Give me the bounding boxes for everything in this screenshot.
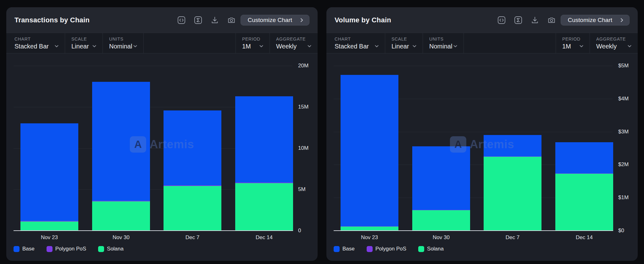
bar-segment-polygon-pos[interactable] bbox=[20, 221, 78, 222]
bar-segment-polygon-pos[interactable] bbox=[341, 226, 398, 227]
aggregate-select[interactable]: Weekly bbox=[596, 43, 631, 50]
bar-segment-solana[interactable] bbox=[92, 201, 150, 231]
bar-segment-solana[interactable] bbox=[164, 186, 221, 231]
filter-label: PERIOD bbox=[562, 37, 583, 42]
bar-segment-base[interactable] bbox=[235, 96, 293, 183]
period-select[interactable]: 1M bbox=[242, 43, 263, 50]
filter-units: UNITS Nominal bbox=[423, 33, 464, 53]
x-axis-label: Nov 30 bbox=[86, 234, 156, 241]
bar-segment-base[interactable] bbox=[412, 146, 470, 210]
legend-item-base[interactable]: Base bbox=[334, 246, 355, 252]
bar-segment-solana[interactable] bbox=[555, 174, 613, 231]
legend-item-polygon-pos[interactable]: Polygon PoS bbox=[47, 246, 86, 252]
formula-button[interactable] bbox=[193, 15, 203, 25]
legend-swatch bbox=[98, 246, 104, 252]
chevron-down-icon bbox=[580, 45, 583, 48]
bar-segment-base[interactable] bbox=[20, 123, 78, 221]
formula-button[interactable] bbox=[514, 15, 523, 25]
x-axis-label: Dec 7 bbox=[158, 234, 227, 241]
bar-segment-polygon-pos[interactable] bbox=[235, 183, 293, 183]
panel-transactions-by-chain: A Artemis BasePolygon PoSSolana 20M15M10… bbox=[6, 7, 318, 261]
bar-segment-base[interactable] bbox=[341, 75, 398, 226]
bar-segment-solana[interactable] bbox=[484, 157, 541, 231]
y-axis-label: $2M bbox=[618, 161, 629, 168]
chart-type-select[interactable]: Stacked Bar bbox=[335, 43, 379, 50]
filter-label: SCALE bbox=[71, 37, 96, 42]
aggregate-select[interactable]: Weekly bbox=[276, 43, 311, 50]
legend-swatch bbox=[334, 246, 340, 252]
bar-segment-solana[interactable] bbox=[20, 222, 78, 231]
legend-label: Polygon PoS bbox=[55, 246, 86, 252]
bar-segment-polygon-pos[interactable] bbox=[484, 156, 541, 157]
bar-segment-base[interactable] bbox=[484, 135, 541, 156]
chevron-right-icon bbox=[300, 18, 303, 22]
x-axis-label: Nov 23 bbox=[335, 234, 404, 241]
legend-label: Solana bbox=[107, 246, 124, 252]
code-icon bbox=[497, 16, 506, 25]
scale-select[interactable]: Linear bbox=[71, 43, 96, 50]
code-icon bbox=[177, 16, 186, 25]
filter-label: AGGREGATE bbox=[276, 37, 311, 42]
legend-item-polygon-pos[interactable]: Polygon PoS bbox=[367, 246, 406, 252]
scale-value: Linear bbox=[71, 43, 89, 50]
bar-segment-polygon-pos[interactable] bbox=[412, 210, 470, 210]
x-axis-label: Dec 14 bbox=[230, 234, 299, 241]
bar-segment-base[interactable] bbox=[555, 142, 613, 173]
bar-segment-polygon-pos[interactable] bbox=[555, 173, 613, 174]
scale-value: Linear bbox=[391, 43, 409, 50]
customize-chart-button[interactable]: Customize Chart bbox=[241, 15, 310, 25]
panel-header: Transactions by Chain Customize Chart bbox=[6, 7, 318, 33]
bar-segment-solana[interactable] bbox=[412, 210, 470, 231]
chevron-down-icon bbox=[92, 45, 96, 48]
filter-bar-spacer bbox=[464, 33, 556, 53]
download-icon bbox=[530, 16, 539, 25]
download-icon bbox=[210, 16, 219, 25]
filter-bar: CHART Stacked Bar SCALE Linear UNITS Nom… bbox=[326, 33, 638, 53]
bar-segment-base[interactable] bbox=[92, 82, 150, 201]
legend-label: Base bbox=[342, 246, 355, 252]
chart-type-select[interactable]: Stacked Bar bbox=[14, 43, 58, 50]
grid-line bbox=[14, 66, 292, 66]
period-value: 1M bbox=[562, 43, 571, 50]
bar-segment-polygon-pos[interactable] bbox=[164, 185, 221, 186]
period-select[interactable]: 1M bbox=[562, 43, 583, 50]
x-axis-label: Nov 30 bbox=[407, 234, 476, 241]
chevron-down-icon bbox=[628, 45, 631, 48]
chevron-down-icon bbox=[375, 45, 379, 48]
bar-segment-solana[interactable] bbox=[235, 183, 293, 231]
y-axis-label: 20M bbox=[298, 63, 308, 69]
filter-chart-type: CHART Stacked Bar bbox=[6, 33, 65, 53]
filter-label: CHART bbox=[14, 37, 58, 42]
screenshot-button[interactable] bbox=[547, 15, 556, 25]
download-button[interactable] bbox=[530, 15, 540, 25]
units-select[interactable]: Nominal bbox=[429, 43, 457, 50]
filter-label: SCALE bbox=[391, 37, 416, 42]
embed-code-button[interactable] bbox=[177, 15, 186, 25]
filter-label: UNITS bbox=[429, 37, 457, 42]
legend-item-solana[interactable]: Solana bbox=[98, 246, 124, 252]
legend-label: Base bbox=[22, 246, 35, 252]
download-button[interactable] bbox=[210, 15, 219, 25]
units-select[interactable]: Nominal bbox=[109, 43, 137, 50]
toolbar-icons bbox=[497, 15, 556, 25]
period-value: 1M bbox=[242, 43, 251, 50]
chevron-right-icon bbox=[620, 18, 624, 22]
chart-legend: BasePolygon PoSSolana bbox=[14, 246, 124, 252]
bar-segment-polygon-pos[interactable] bbox=[92, 201, 150, 201]
customize-chart-button[interactable]: Customize Chart bbox=[561, 15, 630, 25]
customize-chart-label: Customize Chart bbox=[568, 17, 613, 24]
legend-item-base[interactable]: Base bbox=[14, 246, 35, 252]
filter-label: UNITS bbox=[109, 37, 137, 42]
scale-select[interactable]: Linear bbox=[391, 43, 416, 50]
filter-period: PERIOD 1M bbox=[556, 33, 590, 53]
bar-segment-base[interactable] bbox=[164, 110, 221, 185]
embed-code-button[interactable] bbox=[497, 15, 506, 25]
chevron-down-icon bbox=[308, 45, 311, 48]
filter-bar-spacer bbox=[144, 33, 236, 53]
aggregate-value: Weekly bbox=[276, 43, 297, 50]
legend-swatch bbox=[418, 246, 424, 252]
screenshot-button[interactable] bbox=[227, 15, 236, 25]
legend-item-solana[interactable]: Solana bbox=[418, 246, 444, 252]
x-axis-line bbox=[334, 230, 613, 231]
chevron-down-icon bbox=[133, 45, 137, 48]
